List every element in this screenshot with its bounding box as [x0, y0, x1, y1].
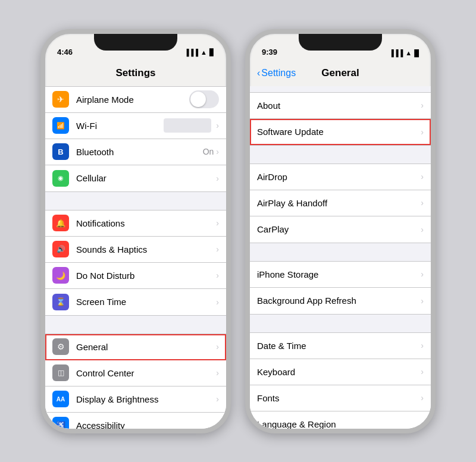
wifi-value — [164, 118, 211, 133]
spacer1 — [45, 192, 226, 210]
control-center-icon: ◫ — [52, 364, 69, 381]
bg-refresh-label: Background App Refresh — [257, 296, 421, 306]
row-control-center[interactable]: ◫ Control Center › — [45, 360, 226, 386]
row-carplay[interactable]: CarPlay › — [250, 216, 431, 243]
row-language[interactable]: Language & Region › — [250, 411, 431, 429]
cellular-chevron: › — [216, 174, 219, 183]
dnd-label: Do Not Disturb — [76, 271, 216, 281]
display-icon: AA — [52, 391, 69, 407]
row-bg-refresh[interactable]: Background App Refresh › — [250, 288, 431, 314]
fonts-label: Fonts — [257, 393, 421, 403]
airdrop-chevron: › — [421, 172, 424, 181]
spacer-g2 — [250, 146, 431, 164]
general-group3: iPhone Storage › Background App Refresh … — [250, 261, 431, 315]
sounds-chevron: › — [216, 244, 219, 254]
cellular-icon: ◉ — [52, 170, 69, 187]
wifi-chevron: › — [216, 121, 219, 130]
software-update-chevron: › — [421, 127, 424, 137]
bluetooth-chevron: › — [216, 147, 219, 156]
spacer-g4 — [250, 315, 431, 332]
row-software-update[interactable]: Software Update › — [250, 119, 431, 145]
signal-icon-2: ▐▐▐ — [389, 49, 403, 56]
wifi-icon-2: ▲ — [405, 49, 412, 56]
nav-bar-1: Settings — [45, 60, 226, 86]
row-wifi[interactable]: 📶 Wi-Fi › — [45, 113, 226, 139]
sounds-icon: 🔊 — [52, 241, 69, 257]
language-chevron: › — [421, 419, 424, 429]
nav-bar-2: ‹ Settings General — [250, 60, 431, 86]
bluetooth-value: On — [203, 147, 214, 156]
row-airdrop[interactable]: AirDrop › — [250, 164, 431, 190]
phone-1: 4:46 ▐▐▐ ▲ ▊ Settings ✈ Airplane Mode 📶 … — [40, 29, 231, 433]
phone-2: 9:39 ▐▐▐ ▲ █ ‹ Settings General About › … — [245, 29, 436, 433]
row-sounds[interactable]: 🔊 Sounds & Haptics › — [45, 237, 226, 263]
carplay-chevron: › — [421, 225, 424, 234]
accessibility-icon: ♿ — [52, 417, 69, 429]
general-label: General — [76, 342, 216, 352]
row-cellular[interactable]: ◉ Cellular › — [45, 165, 226, 191]
dnd-icon: 🌙 — [52, 267, 69, 284]
cellular-label: Cellular — [76, 173, 216, 183]
screen-time-chevron: › — [216, 297, 219, 307]
about-chevron: › — [421, 100, 424, 110]
row-accessibility[interactable]: ♿ Accessibility › — [45, 413, 226, 429]
notch-2 — [299, 34, 382, 51]
iphone-storage-chevron: › — [421, 269, 424, 279]
bluetooth-label: Bluetooth — [76, 147, 203, 157]
wifi-icon: 📶 — [52, 117, 69, 134]
wifi-label: Wi-Fi — [76, 121, 164, 131]
language-label: Language & Region — [257, 419, 421, 429]
row-date-time[interactable]: Date & Time › — [250, 333, 431, 359]
toggle-thumb — [190, 92, 206, 107]
group2: 🔔 Notifications › 🔊 Sounds & Haptics › 🌙… — [45, 210, 226, 316]
date-time-label: Date & Time — [257, 341, 421, 351]
row-dnd[interactable]: 🌙 Do Not Disturb › — [45, 263, 226, 289]
group3: ⚙ General › ◫ Control Center › AA Displa… — [45, 334, 226, 429]
keyboard-label: Keyboard — [257, 367, 421, 377]
status-icons-1: ▐▐▐ ▲ ▊ — [184, 49, 214, 56]
spacer2 — [45, 316, 226, 334]
row-fonts[interactable]: Fonts › — [250, 385, 431, 411]
sounds-label: Sounds & Haptics — [76, 244, 216, 254]
notch-1 — [94, 34, 177, 51]
spacer-g3 — [250, 243, 431, 261]
row-keyboard[interactable]: Keyboard › — [250, 359, 431, 385]
airplay-chevron: › — [421, 198, 424, 208]
accessibility-label: Accessibility — [76, 420, 216, 429]
general-group1: About › Software Update › — [250, 92, 431, 146]
dnd-chevron: › — [216, 271, 219, 280]
general-group4: Date & Time › Keyboard › Fonts › Languag… — [250, 332, 431, 429]
row-display[interactable]: AA Display & Brightness › — [45, 386, 226, 413]
back-button[interactable]: ‹ Settings — [257, 68, 296, 78]
display-label: Display & Brightness — [76, 394, 216, 404]
row-bluetooth[interactable]: B Bluetooth On › — [45, 139, 226, 165]
back-chevron: ‹ — [257, 68, 260, 78]
row-airplay[interactable]: AirPlay & Handoff › — [250, 190, 431, 216]
row-general[interactable]: ⚙ General › — [45, 334, 226, 360]
general-scroll[interactable]: About › Software Update › AirDrop › AirP… — [250, 86, 431, 429]
general-chevron: › — [216, 342, 219, 351]
row-iphone-storage[interactable]: iPhone Storage › — [250, 262, 431, 288]
settings-title: Settings — [115, 67, 155, 79]
keyboard-chevron: › — [421, 367, 424, 376]
settings-scroll[interactable]: ✈ Airplane Mode 📶 Wi-Fi › B Bluetooth On… — [45, 86, 226, 429]
row-screen-time[interactable]: ⌛ Screen Time › — [45, 289, 226, 315]
airplane-icon: ✈ — [52, 91, 69, 108]
row-notifications[interactable]: 🔔 Notifications › — [45, 210, 226, 237]
airdrop-label: AirDrop — [257, 172, 421, 182]
bluetooth-icon: B — [52, 143, 69, 160]
row-airplane-mode[interactable]: ✈ Airplane Mode — [45, 87, 226, 113]
row-about[interactable]: About › — [250, 93, 431, 119]
general-icon: ⚙ — [52, 338, 69, 355]
control-center-chevron: › — [216, 368, 219, 378]
general-group2: AirDrop › AirPlay & Handoff › CarPlay › — [250, 164, 431, 243]
battery-icon: ▊ — [209, 49, 214, 56]
airplane-toggle[interactable] — [189, 90, 219, 108]
carplay-label: CarPlay — [257, 224, 421, 234]
accessibility-chevron: › — [216, 420, 219, 429]
notifications-icon: 🔔 — [52, 215, 69, 231]
time-2: 9:39 — [262, 48, 277, 56]
status-icons-2: ▐▐▐ ▲ █ — [389, 49, 419, 56]
about-label: About — [257, 100, 421, 111]
wifi-icon: ▲ — [201, 49, 207, 56]
